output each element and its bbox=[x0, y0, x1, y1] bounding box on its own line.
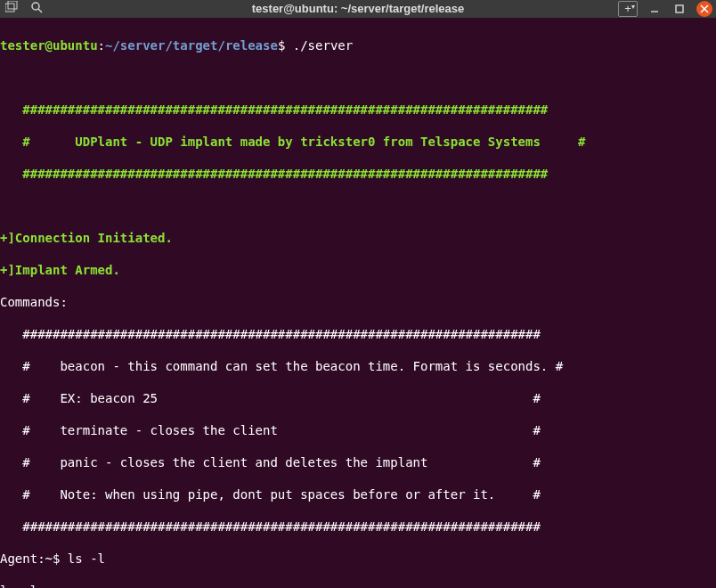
commands-heading: Commands: bbox=[0, 294, 716, 310]
commands-note: # Note: when using pipe, dont put spaces… bbox=[0, 486, 716, 502]
banner-text: # UDPlant - UDP implant made by trickste… bbox=[0, 134, 716, 150]
status-armed: +]Implant Armed. bbox=[0, 262, 716, 278]
banner-border-top: ########################################… bbox=[0, 102, 716, 118]
tab-add-icon[interactable]: +▾ bbox=[618, 1, 638, 17]
window-title: tester@ubuntu: ~/server/target/release bbox=[0, 1, 716, 17]
prompt-user-host: tester@ubuntu bbox=[0, 38, 98, 53]
prompt-sep: : bbox=[98, 38, 105, 53]
agent-prompt: Agent:~$ bbox=[0, 551, 68, 566]
banner-border-bottom: ########################################… bbox=[0, 166, 716, 182]
svg-line-3 bbox=[38, 9, 42, 12]
agent-cmd: ls -l bbox=[68, 551, 105, 566]
svg-point-2 bbox=[32, 3, 39, 10]
new-tab-icon[interactable] bbox=[5, 1, 18, 18]
terminal-content[interactable]: tester@ubuntu:~/server/target/release$ .… bbox=[0, 18, 716, 588]
search-icon[interactable] bbox=[30, 1, 43, 18]
blank-line bbox=[0, 69, 716, 86]
close-button[interactable] bbox=[696, 1, 712, 17]
agent-prompt-line: Agent:~$ ls -l bbox=[0, 551, 716, 567]
commands-beacon: # beacon - this command can set the beac… bbox=[0, 358, 716, 374]
commands-terminate: # terminate - closes the client # bbox=[0, 422, 716, 438]
prompt-path: ~/server/target/release bbox=[105, 38, 278, 53]
maximize-button[interactable] bbox=[671, 1, 688, 17]
status-connection: +]Connection Initiated. bbox=[0, 230, 716, 246]
commands-border-bottom: ########################################… bbox=[0, 519, 716, 535]
prompt-line: tester@ubuntu:~/server/target/release$ .… bbox=[0, 37, 716, 53]
commands-panic: # panic - closes the client and deletes … bbox=[0, 454, 716, 470]
svg-rect-5 bbox=[676, 5, 683, 12]
svg-rect-1 bbox=[8, 1, 17, 9]
svg-rect-0 bbox=[5, 4, 14, 12]
agent-echo: ls -l bbox=[0, 583, 716, 588]
commands-border-top: ########################################… bbox=[0, 326, 716, 342]
prompt-command: ./server bbox=[293, 38, 353, 53]
commands-ex: # EX: beacon 25 # bbox=[0, 390, 716, 406]
window-titlebar: tester@ubuntu: ~/server/target/release +… bbox=[0, 0, 716, 18]
blank-line bbox=[0, 198, 716, 214]
prompt-dollar: $ bbox=[278, 38, 285, 53]
minimize-button[interactable] bbox=[647, 1, 663, 17]
